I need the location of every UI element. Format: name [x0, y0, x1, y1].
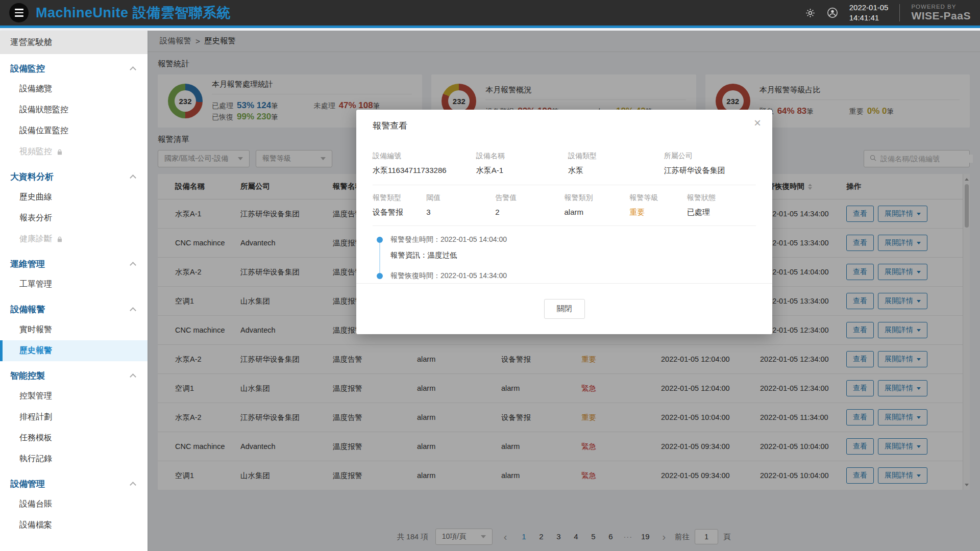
sidebar-item-label: 設備位置監控 — [19, 126, 68, 136]
device-info-grid: 設備編號水泵11634711733286設備名稱水泵A-1設備類型水泵所屬公司江… — [373, 152, 756, 185]
sidebar-item[interactable]: 報表分析 — [0, 208, 148, 229]
timeline-text: 報警恢復時間：2022-01-05 14:34:00 — [390, 271, 507, 281]
timeline-info-text: 報警資訊：温度过低 — [390, 251, 756, 260]
modal-field-value: 已處理 — [687, 208, 756, 217]
sidebar-item[interactable]: 歷史報警 — [0, 340, 148, 361]
modal-title: 報警查看 — [373, 121, 407, 131]
sidebar-item: 健康診斷 — [0, 229, 148, 249]
sidebar-item[interactable]: 設備總覽 — [0, 79, 148, 99]
modal-close-button[interactable]: 關閉 — [544, 299, 585, 319]
modal-field-label: 報警類別 — [564, 193, 629, 203]
modal-field: 告警值2 — [495, 193, 564, 217]
modal-field-label: 報警類型 — [373, 193, 426, 203]
chevron-up-icon — [130, 262, 136, 268]
modal-field: 設備名稱水泵A-1 — [476, 152, 568, 176]
timeline-dot-icon — [377, 273, 383, 279]
sidebar-section-header[interactable]: 設備報警 — [0, 295, 148, 319]
lock-icon — [56, 148, 63, 156]
sidebar-item[interactable]: 設備狀態監控 — [0, 99, 148, 120]
menu-toggle-button[interactable] — [9, 3, 29, 22]
modal-field: 設備類型水泵 — [568, 152, 664, 176]
modal-close-icon[interactable]: × — [754, 117, 761, 129]
date-text: 2022-01-05 — [849, 3, 889, 13]
sidebar-section-header[interactable]: 智能控製 — [0, 361, 148, 386]
powered-by-label: POWERED BY — [911, 4, 971, 10]
sidebar-item-label: 設備台賬 — [19, 499, 52, 510]
sidebar-item[interactable]: 設備檔案 — [0, 515, 148, 536]
user-account-icon[interactable] — [827, 7, 838, 18]
modal-field-value: 水泵 — [568, 166, 664, 176]
sidebar-item-label: 設備檔案 — [19, 520, 52, 531]
sidebar-item-label: 健康診斷 — [19, 234, 52, 244]
timeline-connector — [379, 242, 380, 275]
sidebar-item[interactable]: 設備台賬 — [0, 494, 148, 515]
sidebar-item-label: 任務模板 — [19, 433, 52, 443]
sidebar-item[interactable]: 任務模板 — [0, 428, 148, 448]
sidebar-item-label: 控製管理 — [19, 391, 52, 402]
wise-paas-brand: WISE-PaaS — [911, 10, 971, 22]
modal-field-label: 設備類型 — [568, 152, 664, 161]
datetime-display: 2022-01-05 14:41:41 — [849, 3, 889, 23]
modal-field: 報警等級重要 — [629, 193, 687, 217]
settings-gear-icon[interactable] — [805, 8, 816, 18]
sidebar-item-label: 設備總覽 — [19, 84, 52, 94]
modal-field-value: 水泵11634711733286 — [373, 166, 476, 176]
sidebar-item[interactable]: 設備位置監控 — [0, 120, 148, 141]
sidebar-section-label: 運維管理 — [10, 258, 45, 270]
sidebar-item[interactable]: 控製管理 — [0, 386, 148, 407]
modal-field-value: alarm — [564, 208, 629, 216]
chevron-up-icon — [130, 66, 136, 73]
sidebar-menu: 設備監控設備總覽設備狀態監控設備位置監控視頻監控大資料分析歷史曲線報表分析健康診… — [0, 54, 148, 536]
sidebar-section-header[interactable]: 設備監控 — [0, 54, 148, 79]
sidebar: 運營駕駛艙 設備監控設備總覽設備狀態監控設備位置監控視頻監控大資料分析歷史曲線報… — [0, 31, 148, 551]
lock-icon — [56, 236, 63, 243]
app-title: MachineUnite 設備雲智聯系統 — [36, 4, 231, 22]
sidebar-item-dashboard[interactable]: 運營駕駛艙 — [0, 31, 148, 54]
modal-field-value: 3 — [426, 208, 495, 216]
sidebar-item-label: 設備狀態監控 — [19, 105, 68, 115]
sidebar-item[interactable]: 排程計劃 — [0, 407, 148, 428]
modal-field-value: 2 — [495, 208, 564, 216]
sidebar-item-label: 實时報警 — [19, 324, 52, 335]
modal-field-value: 重要 — [629, 208, 687, 217]
modal-field: 閾值3 — [426, 193, 495, 217]
timeline-dot-icon — [377, 237, 383, 243]
sidebar-item: 視頻監控 — [0, 141, 148, 162]
sidebar-item-label: 工單管理 — [19, 279, 52, 290]
powered-by-block: POWERED BY WISE-PaaS — [911, 4, 971, 22]
sidebar-section-header[interactable]: 設備管理 — [0, 469, 148, 494]
alarm-info-grid: 報警類型设备警报閾值3告警值2報警類別alarm報警等級重要報警狀態已處理 — [373, 193, 756, 226]
modal-field-label: 報警狀態 — [687, 193, 756, 203]
sidebar-section-header[interactable]: 大資料分析 — [0, 162, 148, 187]
modal-field-label: 所屬公司 — [664, 152, 756, 161]
app-root: MachineUnite 設備雲智聯系統 2022-01-05 14:41:41 — [0, 0, 980, 551]
chevron-up-icon — [130, 373, 136, 380]
sidebar-item[interactable]: 執行記錄 — [0, 448, 148, 469]
modal-field: 設備編號水泵11634711733286 — [373, 152, 476, 176]
modal-field-value: 水泵A-1 — [476, 166, 568, 176]
modal-field-value: 江苏研华设备集团 — [664, 166, 756, 176]
modal-field-label: 報警等級 — [629, 193, 687, 203]
sidebar-item[interactable]: 歷史曲線 — [0, 187, 148, 208]
timeline-text: 報警發生時間：2022-01-05 14:04:00 — [390, 235, 507, 244]
modal-field: 報警類別alarm — [564, 193, 629, 217]
alarm-detail-modal: 報警查看 × 設備編號水泵11634711733286設備名稱水泵A-1設備類型… — [356, 110, 772, 334]
chevron-up-icon — [130, 482, 136, 488]
timeline-event: 報警發生時間：2022-01-05 14:04:00 — [377, 235, 756, 244]
sidebar-item[interactable]: 工單管理 — [0, 274, 148, 295]
sidebar-section-label: 大資料分析 — [10, 171, 54, 183]
sidebar-item[interactable]: 實时報警 — [0, 319, 148, 340]
sidebar-item-label: 歷史曲線 — [19, 192, 52, 203]
sidebar-item-label: 報表分析 — [19, 213, 52, 223]
alarm-timeline: 報警發生時間：2022-01-05 14:04:00報警資訊：温度过低報警恢復時… — [377, 235, 756, 281]
modal-field-value: 设备警报 — [373, 208, 426, 217]
sidebar-section-header[interactable]: 運維管理 — [0, 249, 148, 274]
modal-field: 報警類型设备警报 — [373, 193, 426, 217]
sidebar-item-label: 視頻監控 — [19, 146, 52, 157]
time-text: 14:41:41 — [849, 13, 889, 23]
sidebar-section-label: 設備監控 — [10, 63, 45, 74]
sidebar-section-label: 設備報警 — [10, 304, 45, 315]
sidebar-item-label: 排程計劃 — [19, 412, 52, 422]
modal-field-label: 設備編號 — [373, 152, 476, 161]
modal-field: 報警狀態已處理 — [687, 193, 756, 217]
